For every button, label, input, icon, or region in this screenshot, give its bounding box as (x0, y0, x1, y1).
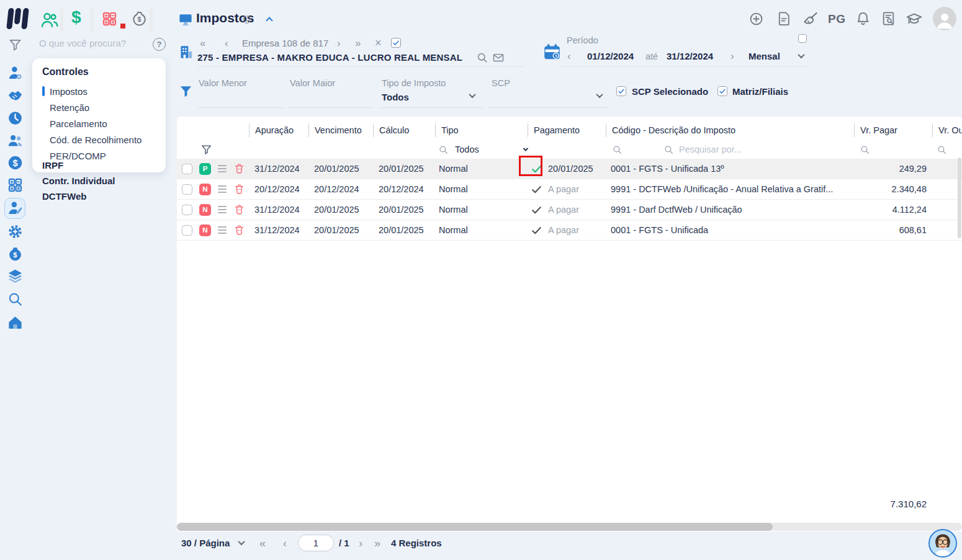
tipo-imposto-select[interactable]: Todos (382, 92, 409, 102)
menu-item-contr-individual[interactable]: Contr. Individual (42, 176, 115, 186)
current-page-input[interactable] (298, 535, 334, 551)
period-prev-button[interactable]: ‹ (567, 51, 571, 61)
contacts-module-icon[interactable] (40, 10, 60, 30)
valor-maior-input[interactable] (288, 92, 372, 102)
scp-chevron-icon[interactable] (596, 91, 603, 98)
next-page-button[interactable]: › (359, 538, 362, 549)
company-first-button[interactable]: « (200, 38, 207, 48)
sidebar-person-edit-icon[interactable] (7, 200, 24, 216)
accounting-module-icon[interactable] (101, 11, 118, 27)
makro-logo[interactable] (7, 8, 30, 32)
matriz-filiais-checkbox[interactable] (717, 86, 727, 96)
company-prev-button[interactable]: ‹ (225, 38, 228, 48)
prev-page-button[interactable]: ‹ (283, 538, 287, 549)
cell-pagamento[interactable]: 20/01/2025 (528, 163, 606, 175)
col-vr-outros[interactable]: Vr. Ou (932, 123, 962, 137)
document-icon[interactable] (776, 11, 792, 27)
broom-icon[interactable] (802, 11, 819, 27)
table-row[interactable]: P 31/12/2024 20/01/2025 20/01/2025 Norma… (177, 159, 962, 179)
table-funnel-icon[interactable] (200, 143, 212, 156)
last-page-button[interactable]: » (374, 538, 382, 549)
table-row[interactable]: N 31/12/2024 20/01/2025 20/01/2025 Norma… (177, 220, 962, 241)
horizontal-scrollbar-thumb[interactable] (177, 523, 773, 531)
row-checkbox[interactable] (182, 205, 192, 215)
pg-button[interactable]: PG (828, 12, 845, 26)
cell-pagamento[interactable]: A pagar (528, 184, 606, 195)
vr-outros-search-icon[interactable] (937, 144, 947, 155)
menu-item-parcelamento[interactable]: Parcelamento (42, 115, 156, 131)
sidebar-user-settings-icon[interactable] (7, 64, 24, 81)
help-icon[interactable]: ? (153, 38, 166, 51)
col-codigo[interactable]: Código - Descrição do Imposto (606, 123, 854, 137)
period-mode-select[interactable]: Mensal (748, 51, 780, 61)
row-menu-icon[interactable] (218, 206, 227, 213)
sidebar-dollar-icon[interactable] (7, 154, 24, 171)
sidebar-layers-icon[interactable] (7, 268, 24, 285)
user-avatar[interactable] (933, 7, 956, 30)
col-tipo[interactable]: Tipo (435, 123, 528, 137)
global-search-input[interactable] (39, 38, 148, 48)
sidebar-handshake-icon[interactable] (7, 87, 24, 104)
tipo-search-icon[interactable] (438, 144, 449, 155)
period-from-value[interactable]: 01/12/2024 (587, 51, 634, 61)
collapse-chevron-icon[interactable] (266, 17, 272, 24)
page-size-chevron-icon[interactable] (238, 538, 245, 545)
codigo-search-icon[interactable] (612, 144, 623, 155)
row-menu-icon[interactable] (218, 185, 227, 193)
table-row[interactable]: N 20/12/2024 20/12/2024 20/12/2024 Norma… (177, 179, 962, 200)
valor-menor-input[interactable] (198, 92, 282, 102)
row-checkbox[interactable] (182, 225, 192, 236)
vr-pagar-search-icon[interactable] (860, 144, 870, 155)
row-menu-icon[interactable] (218, 226, 227, 234)
descricao-search-icon[interactable] (663, 144, 674, 155)
audit-log-icon[interactable] (881, 11, 896, 27)
table-row[interactable]: N 31/12/2024 20/01/2025 20/01/2025 Norma… (177, 200, 962, 220)
filter-search-icon[interactable] (8, 37, 22, 52)
company-next-button[interactable]: › (337, 38, 341, 48)
sidebar-money-bag-icon[interactable] (7, 246, 24, 262)
delete-icon[interactable] (233, 224, 245, 236)
pay-check-icon[interactable] (531, 204, 542, 216)
row-checkbox[interactable] (182, 164, 192, 174)
sidebar-people-icon[interactable] (7, 132, 24, 149)
pay-check-icon[interactable] (531, 184, 542, 195)
delete-icon[interactable] (233, 162, 245, 175)
info-icon[interactable] (241, 14, 252, 25)
taxes-module-icon[interactable] (131, 10, 148, 27)
descricao-search-input[interactable] (679, 144, 753, 154)
col-apuracao[interactable]: Apuração (249, 123, 308, 137)
paid-check-icon[interactable] (531, 163, 542, 175)
financial-module-icon[interactable]: $ (71, 7, 81, 27)
pay-check-icon[interactable] (531, 224, 542, 236)
company-select-checkbox[interactable] (391, 38, 401, 48)
period-next-button[interactable]: › (730, 51, 734, 61)
sidebar-gear-icon[interactable] (7, 223, 24, 240)
menu-item-dctfweb[interactable]: DCTFWeb (42, 191, 86, 202)
menu-item-irpf[interactable]: IRPF (42, 160, 63, 171)
menu-item-impostos[interactable]: Impostos (42, 83, 156, 99)
menu-item-retencao[interactable]: Retenção (42, 99, 156, 115)
company-clear-icon[interactable]: × (375, 37, 382, 48)
row-checkbox[interactable] (182, 184, 192, 195)
vertical-scrollbar[interactable] (958, 158, 961, 238)
delete-icon[interactable] (233, 183, 245, 195)
sidebar-clock-icon[interactable] (7, 110, 24, 127)
cell-pagamento[interactable]: A pagar (528, 204, 606, 216)
menu-item-cod-recolhimento[interactable]: Cód. de Recolhimento (42, 131, 156, 148)
horizontal-scrollbar-track[interactable] (177, 523, 962, 531)
graduation-cap-icon[interactable] (906, 11, 923, 27)
bell-icon[interactable] (855, 11, 871, 27)
period-to-value[interactable]: 31/12/2024 (667, 51, 713, 61)
sidebar-calculator-icon[interactable] (7, 177, 24, 193)
sidebar-home-icon[interactable] (7, 314, 24, 331)
scp-selecionado-checkbox[interactable] (616, 86, 626, 96)
company-last-button[interactable]: » (355, 38, 362, 48)
assistant-avatar[interactable] (928, 529, 957, 558)
tipo-filter-value[interactable]: Todos (455, 144, 479, 154)
company-mail-icon[interactable] (492, 51, 505, 64)
add-icon[interactable] (748, 11, 764, 27)
row-menu-icon[interactable] (218, 165, 227, 172)
delete-icon[interactable] (233, 203, 245, 216)
col-vencimento[interactable]: Vencimento (308, 123, 373, 137)
tipo-imposto-chevron-icon[interactable] (469, 91, 475, 98)
